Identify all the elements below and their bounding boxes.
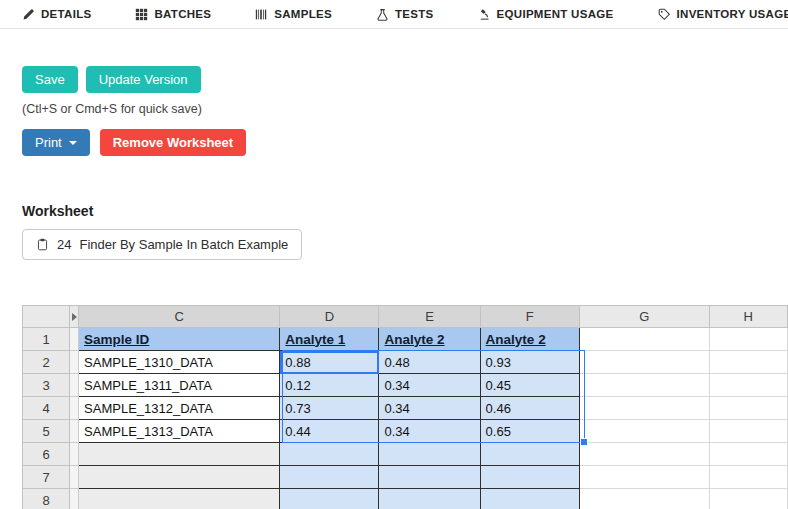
remove-worksheet-button[interactable]: Remove Worksheet [100, 129, 246, 156]
row-header[interactable]: 6 [23, 443, 70, 466]
active-cell[interactable]: 0.88 [280, 351, 379, 374]
grid-cell[interactable] [579, 374, 709, 397]
grid-cell[interactable]: Analyte 1 [280, 328, 379, 351]
print-label: Print [35, 136, 62, 149]
worksheet-page: DETAILS BATCHES SAMPLES TESTS EQUIPMENT … [0, 0, 788, 509]
tab-label: EQUIPMENT USAGE [497, 8, 614, 20]
grid-cell[interactable] [480, 489, 579, 509]
grid-cell[interactable] [79, 466, 280, 489]
grid-cell[interactable] [379, 489, 480, 509]
hidden-col-cell [70, 328, 79, 351]
row-header[interactable]: 4 [23, 397, 70, 420]
grid-cell[interactable]: SAMPLE_1312_DATA [79, 397, 280, 420]
grid-cell[interactable]: 0.48 [379, 351, 480, 374]
grid-cell[interactable] [709, 489, 787, 509]
grid-cell[interactable] [280, 466, 379, 489]
grid-cell[interactable] [480, 443, 579, 466]
worksheet-number: 24 [57, 237, 71, 252]
column-header-F[interactable]: F [480, 306, 579, 328]
grid-cell[interactable] [579, 351, 709, 374]
hidden-columns-header[interactable] [70, 306, 79, 328]
grid-cell[interactable] [280, 489, 379, 509]
tab-samples[interactable]: SAMPLES [255, 8, 332, 21]
microscope-icon [478, 8, 491, 21]
grid-cell[interactable]: 0.45 [480, 374, 579, 397]
tab-batches[interactable]: BATCHES [135, 8, 211, 21]
grid-cell[interactable] [480, 466, 579, 489]
grid-cell[interactable]: 0.93 [480, 351, 579, 374]
spreadsheet: C D E F G H 1 Sample ID Analyte 1 Analyt… [22, 305, 788, 509]
grid-cell[interactable]: SAMPLE_1313_DATA [79, 420, 280, 443]
grid-icon [135, 8, 148, 21]
column-header-C[interactable]: C [79, 306, 280, 328]
worksheet-selector-button[interactable]: 24 Finder By Sample In Batch Example [22, 229, 302, 260]
hidden-col-cell [70, 489, 79, 509]
row-header[interactable]: 5 [23, 420, 70, 443]
print-toolbar: Print Remove Worksheet [22, 129, 788, 156]
table-row: 4 SAMPLE_1312_DATA 0.73 0.34 0.46 [23, 397, 788, 420]
grid-cell[interactable]: Analyte 2 [480, 328, 579, 351]
column-header-G[interactable]: G [579, 306, 709, 328]
grid-cell[interactable] [709, 420, 787, 443]
grid-cell[interactable] [579, 420, 709, 443]
grid-cell[interactable]: SAMPLE_1310_DATA [79, 351, 280, 374]
clipboard-icon [36, 238, 49, 251]
column-header-E[interactable]: E [379, 306, 480, 328]
tab-inventory-usage[interactable]: INVENTORY USAGE [658, 8, 788, 21]
grid-cell[interactable] [579, 397, 709, 420]
print-dropdown-button[interactable]: Print [22, 129, 90, 156]
grid-cell[interactable] [709, 443, 787, 466]
save-toolbar: Save Update Version [22, 66, 788, 93]
select-all-corner[interactable] [23, 306, 70, 328]
hidden-col-cell [70, 466, 79, 489]
hidden-col-cell [70, 443, 79, 466]
tab-details[interactable]: DETAILS [22, 8, 91, 21]
grid-cell[interactable] [709, 397, 787, 420]
grid-cell[interactable]: 0.34 [379, 420, 480, 443]
column-header-D[interactable]: D [280, 306, 379, 328]
grid-cell[interactable]: 0.12 [280, 374, 379, 397]
update-version-button[interactable]: Update Version [86, 66, 201, 93]
table-row: 6 [23, 443, 788, 466]
grid-cell[interactable] [379, 466, 480, 489]
grid-cell[interactable] [579, 328, 709, 351]
tab-label: INVENTORY USAGE [677, 8, 788, 20]
save-button[interactable]: Save [22, 66, 78, 93]
grid-cell[interactable]: 0.46 [480, 397, 579, 420]
column-header-row: C D E F G H [23, 306, 788, 328]
tab-equipment-usage[interactable]: EQUIPMENT USAGE [478, 8, 614, 21]
tab-tests[interactable]: TESTS [376, 8, 434, 21]
grid-cell[interactable] [79, 489, 280, 509]
tab-label: DETAILS [41, 8, 91, 20]
grid-cell[interactable] [709, 466, 787, 489]
grid-cell[interactable]: 0.44 [280, 420, 379, 443]
grid-cell[interactable]: 0.34 [379, 374, 480, 397]
grid-cell[interactable]: SAMPLE_1311_DATA [79, 374, 280, 397]
grid-cell[interactable] [709, 374, 787, 397]
row-header[interactable]: 8 [23, 489, 70, 509]
quick-save-hint: (Ctl+S or Cmd+S for quick save) [22, 102, 788, 116]
table-row: 3 SAMPLE_1311_DATA 0.12 0.34 0.45 [23, 374, 788, 397]
grid-cell[interactable]: 0.34 [379, 397, 480, 420]
tag-icon [658, 8, 671, 21]
grid-cell[interactable] [579, 466, 709, 489]
grid-cell[interactable]: Sample ID [79, 328, 280, 351]
row-header[interactable]: 7 [23, 466, 70, 489]
grid-cell[interactable] [709, 328, 787, 351]
expand-columns-icon[interactable] [72, 313, 77, 321]
column-header-H[interactable]: H [709, 306, 787, 328]
grid-cell[interactable]: 0.73 [280, 397, 379, 420]
row-header[interactable]: 3 [23, 374, 70, 397]
grid-cell[interactable] [379, 443, 480, 466]
grid-cell[interactable] [579, 443, 709, 466]
row-header[interactable]: 1 [23, 328, 70, 351]
caret-down-icon [69, 141, 77, 145]
grid-cell[interactable]: 0.65 [480, 420, 579, 443]
grid-cell[interactable]: Analyte 2 [379, 328, 480, 351]
worksheet-section-title: Worksheet [22, 203, 788, 219]
grid-cell[interactable] [579, 489, 709, 509]
grid-cell[interactable] [79, 443, 280, 466]
grid-cell[interactable] [280, 443, 379, 466]
row-header[interactable]: 2 [23, 351, 70, 374]
grid-cell[interactable] [709, 351, 787, 374]
